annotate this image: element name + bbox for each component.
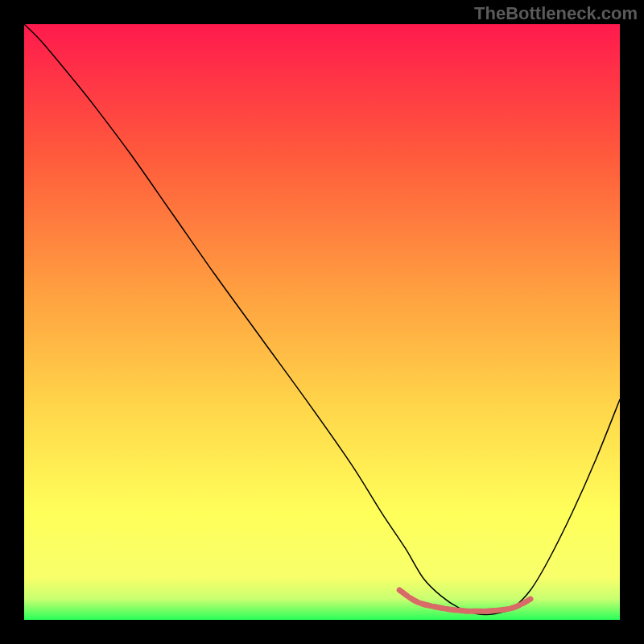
watermark-text: TheBottleneck.com <box>474 3 638 24</box>
plot-area <box>24 24 620 620</box>
chart-container: TheBottleneck.com <box>0 0 644 644</box>
chart-background <box>24 24 620 620</box>
plot-svg <box>24 24 620 620</box>
